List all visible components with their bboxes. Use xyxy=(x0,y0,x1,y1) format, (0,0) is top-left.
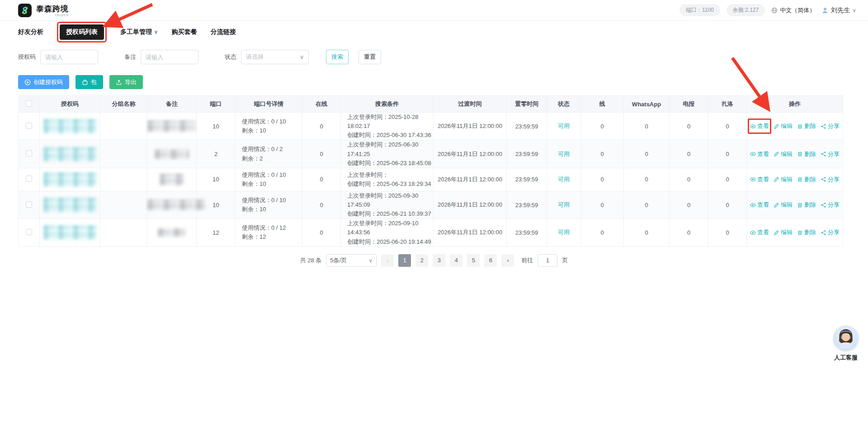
edit-button[interactable]: 编辑 xyxy=(774,201,793,209)
nav-friend-analysis[interactable]: 好友分析 xyxy=(18,28,43,36)
cell-port-detail: 使用情况：0 / 2剩余：2 xyxy=(236,140,302,168)
view-button[interactable]: 查看 xyxy=(750,201,769,209)
status-filter-label: 状态 xyxy=(225,53,236,61)
reset-button[interactable]: 重置 xyxy=(359,50,381,64)
eye-icon xyxy=(750,151,756,157)
authcode-redacted xyxy=(43,198,97,212)
row-checkbox[interactable] xyxy=(26,229,32,235)
search-button[interactable]: 搜索 xyxy=(326,50,349,64)
customer-service-widget[interactable]: 人工客服 xyxy=(829,326,863,362)
row-checkbox[interactable] xyxy=(26,150,32,156)
chevron-down-icon: ∨ xyxy=(369,257,373,264)
page-button-1[interactable]: 1 xyxy=(398,254,411,267)
status-select[interactable]: 请选择 ∨ xyxy=(241,50,309,64)
cell-line: 0 xyxy=(581,168,624,191)
nav-authcode-list[interactable]: 授权码列表 xyxy=(60,24,104,40)
share-button[interactable]: 分享 xyxy=(821,201,840,209)
row-checkbox[interactable] xyxy=(26,175,32,182)
table-row: 10 使用情况：0 / 10剩余：10 0 上次登录时间：2025-10-28 … xyxy=(19,113,843,140)
prev-page-button[interactable]: ‹ xyxy=(381,254,394,267)
delete-button[interactable]: 删除 xyxy=(797,175,816,184)
cell-transition-time: 2026年11月1日 12:00:00 xyxy=(434,113,507,140)
edit-button[interactable]: 编辑 xyxy=(774,228,793,237)
cell-port: 10 xyxy=(197,168,236,191)
delete-button[interactable]: 删除 xyxy=(797,150,816,158)
nav-ticket-label: 多工单管理 xyxy=(120,28,152,36)
view-button[interactable]: 查看 xyxy=(750,150,769,158)
cell-zalo: 0 xyxy=(708,113,747,140)
nav-split-link[interactable]: 分流链接 xyxy=(211,28,236,36)
note-redacted xyxy=(147,120,196,132)
cell-whatsapp: 0 xyxy=(624,191,670,218)
authcode-filter-label: 授权码 xyxy=(18,53,36,61)
delete-button[interactable]: 删除 xyxy=(797,228,816,237)
package-button[interactable]: 包 xyxy=(75,75,103,89)
goto-label: 前往 xyxy=(521,256,533,265)
status-badge: 可用 xyxy=(547,191,581,218)
user-icon xyxy=(821,7,829,14)
edit-button[interactable]: 编辑 xyxy=(774,150,793,158)
status-select-placeholder: 请选择 xyxy=(246,53,264,61)
page-button-5[interactable]: 5 xyxy=(467,254,480,267)
cell-search-condition: 上次登录时间：创建时间：2025-06-23 18:29:34 xyxy=(341,168,434,191)
annotation-box-tab: 授权码列表 xyxy=(57,22,107,43)
authcode-redacted xyxy=(43,225,97,240)
col-authcode: 授权码 xyxy=(40,96,100,113)
nav-ticket-management[interactable]: 多工单管理 ∨ xyxy=(120,28,158,36)
language-selector[interactable]: 中文（简体） xyxy=(771,6,815,14)
table-row: 10 使用情况：0 / 10剩余：10 0 上次登录时间：2025-09-30 … xyxy=(19,191,843,218)
view-button[interactable]: 查看 xyxy=(750,228,769,237)
edit-button[interactable]: 编辑 xyxy=(774,122,793,130)
share-icon xyxy=(821,202,826,208)
page-size-value: 5条/页 xyxy=(330,256,347,265)
view-button[interactable]: 查看 xyxy=(750,122,769,130)
view-button[interactable]: 查看 xyxy=(750,175,769,184)
next-page-button[interactable]: › xyxy=(501,254,514,267)
col-line: 线 xyxy=(581,96,624,113)
export-button[interactable]: 导出 xyxy=(109,75,143,89)
status-badge: 可用 xyxy=(547,219,581,246)
edit-button[interactable]: 编辑 xyxy=(774,175,793,184)
row-checkbox[interactable] xyxy=(26,201,32,208)
main-nav: 好友分析 授权码列表 多工单管理 ∨ 购买套餐 分流链接 xyxy=(0,21,868,43)
share-button[interactable]: 分享 xyxy=(821,175,840,184)
cell-telegram: 0 xyxy=(670,140,708,168)
eye-icon xyxy=(750,123,756,129)
note-redacted xyxy=(160,174,184,185)
delete-button[interactable]: 删除 xyxy=(797,122,816,130)
cell-online: 0 xyxy=(302,140,341,168)
nav-buy-plan[interactable]: 购买套餐 xyxy=(172,28,197,36)
cell-zalo: 0 xyxy=(708,191,747,218)
page-button-3[interactable]: 3 xyxy=(433,254,445,267)
share-button[interactable]: 分享 xyxy=(821,122,840,130)
cell-search-condition: 上次登录时间：2025-10-28 18:02:17创建时间：2025-06-3… xyxy=(341,113,434,140)
plus-circle-icon xyxy=(24,79,31,85)
note-input[interactable] xyxy=(141,50,198,64)
share-button[interactable]: 分享 xyxy=(821,228,840,237)
note-redacted xyxy=(147,199,205,210)
user-menu[interactable]: 刘先生 ∨ xyxy=(821,6,856,14)
cell-group-name xyxy=(100,113,147,140)
delete-button[interactable]: 删除 xyxy=(797,201,816,209)
status-badge: 可用 xyxy=(547,140,581,168)
pencil-icon xyxy=(774,230,779,236)
row-checkbox[interactable] xyxy=(26,123,32,129)
page-button-2[interactable]: 2 xyxy=(415,254,428,267)
authcode-redacted xyxy=(43,147,97,161)
cell-port-detail: 使用情况：0 / 10剩余：10 xyxy=(236,191,302,218)
total-count: 共 28 条 xyxy=(300,256,322,265)
page-size-select[interactable]: 5条/页 ∨ xyxy=(326,254,377,267)
create-authcode-button[interactable]: 创建授权码 xyxy=(18,75,69,89)
trash-icon xyxy=(797,176,803,182)
authcode-input[interactable] xyxy=(40,50,98,64)
select-all-checkbox[interactable] xyxy=(26,100,32,107)
col-status: 状态 xyxy=(547,96,581,113)
page-button-6[interactable]: 6 xyxy=(484,254,497,267)
pencil-icon xyxy=(774,202,779,208)
balance-badge: 余额:2.127 xyxy=(726,4,765,16)
app-logo-icon xyxy=(18,4,32,17)
share-button[interactable]: 分享 xyxy=(821,150,840,158)
goto-page-input[interactable] xyxy=(538,254,557,267)
page-button-4[interactable]: 4 xyxy=(450,254,462,267)
col-group-name: 分组名称 xyxy=(100,96,147,113)
